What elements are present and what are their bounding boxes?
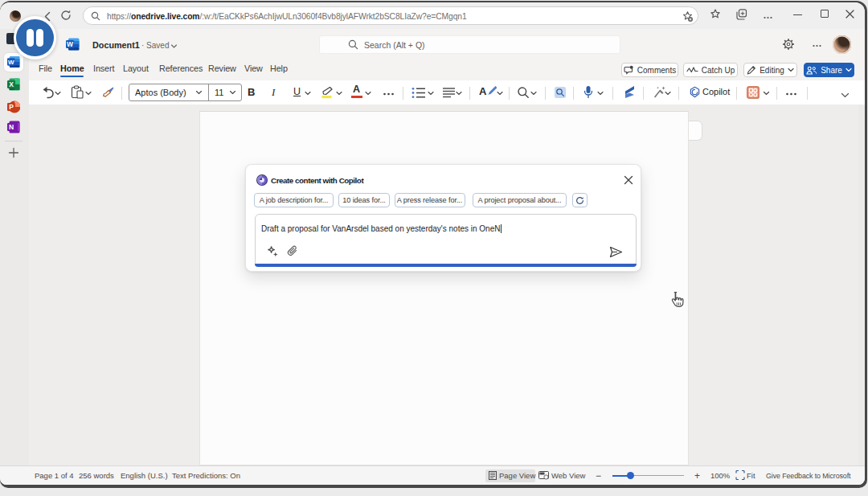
svg-text:P: P	[9, 103, 14, 111]
svg-text:W: W	[8, 59, 14, 66]
svg-text:X: X	[9, 80, 14, 88]
svg-text:N: N	[9, 123, 14, 131]
svg-text:W: W	[67, 40, 74, 48]
